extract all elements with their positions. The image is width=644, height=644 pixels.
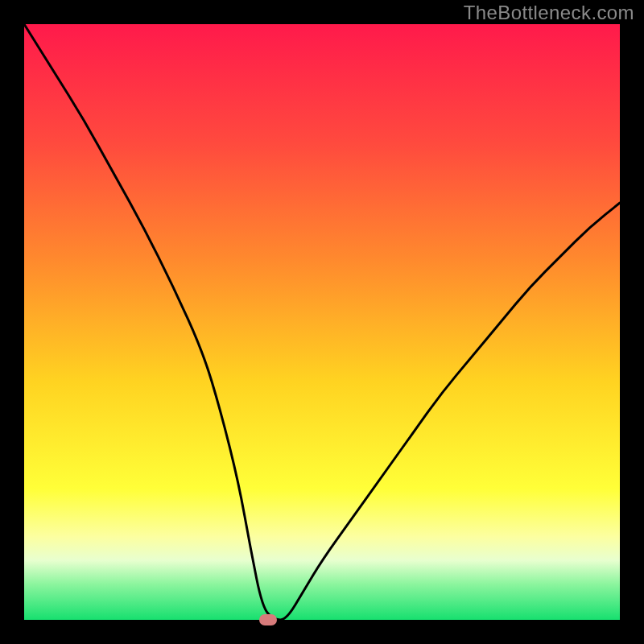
plot-area — [24, 24, 620, 620]
chart-frame: TheBottleneck.com — [0, 0, 644, 644]
bottleneck-curve — [24, 24, 620, 620]
optimum-marker — [259, 614, 277, 625]
watermark-text: TheBottleneck.com — [464, 2, 634, 24]
curve-path — [24, 24, 620, 620]
